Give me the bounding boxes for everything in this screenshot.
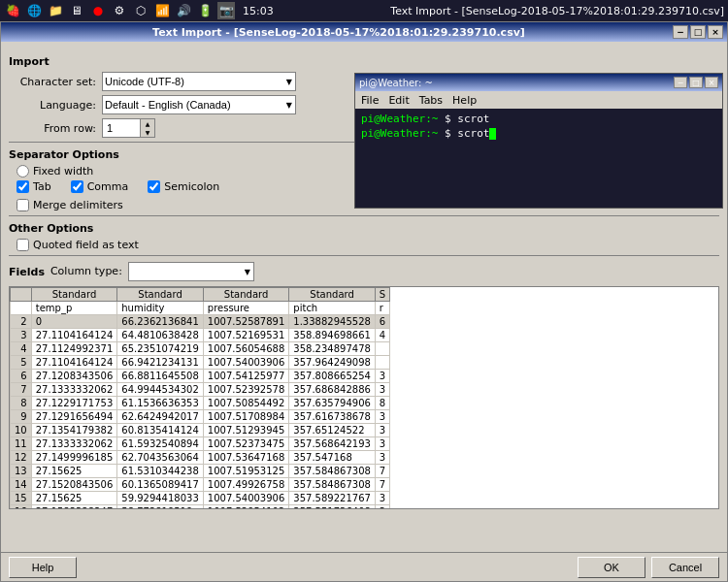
table-row[interactable]: 1327.1562561.53103442381007.51953125357.… [11,465,390,478]
main-title: Text Import - [SenseLog-2018-05-17%2018:… [5,26,673,39]
merge-delimiters-checkbox[interactable] [17,199,29,211]
table-cell: 65.2351074219 [117,342,204,356]
table-row[interactable]: 1027.135417938260.81354141241007.5129394… [11,424,390,437]
data-table-container[interactable]: Standard Standard Standard Standard S te… [9,286,719,509]
terminal-menu-help[interactable]: Help [452,94,477,107]
language-select[interactable]: Default - English (Canada) [102,95,296,114]
red-app-icon[interactable]: ● [89,2,107,19]
table-cell: 64.9944534302 [117,383,204,397]
tab-row: Tab [17,180,51,193]
table-cell: 61.5932540894 [117,437,204,451]
table-row[interactable]: 2066.23621368411007.525878911.3388294552… [11,315,390,329]
terminal-cmd-1: $ scrot [438,113,489,125]
terminal-close[interactable]: × [705,77,718,88]
help-button[interactable]: Help [9,557,77,578]
folder-icon[interactable]: 📁 [47,2,64,19]
quoted-field-label: Quoted field as text [33,239,139,251]
col-humidity-header: humidity [117,302,204,315]
col-pitch-header: pitch [289,302,376,315]
table-cell: 1007.52392578 [203,383,289,397]
table-cell: 3 [375,410,389,424]
table-cell: 1007.52954102 [203,505,289,510]
comma-label: Comma [87,180,129,193]
raspberry-icon[interactable]: 🍓 [4,2,21,19]
quoted-field-checkbox[interactable] [17,239,29,251]
bluetooth-icon[interactable]: ⬡ [132,2,149,19]
comma-checkbox[interactable] [71,180,83,193]
semicolon-row: Semicolon [148,180,219,193]
fromrow-input[interactable] [102,118,141,138]
fixed-width-radio[interactable] [17,165,29,178]
table-cell: 27.1124992371 [31,342,117,356]
close-button[interactable]: × [708,25,723,39]
terminal-menu-edit[interactable]: Edit [388,94,409,107]
table-row[interactable]: 1427.152084350660.13650894171007.4992675… [11,478,390,492]
table-cell: 27.1354179382 [31,424,117,437]
fromrow-down[interactable]: ▼ [141,128,154,137]
table-cell: 3 [375,451,389,465]
taskbar-window-label: Text Import - [SenseLog-2018-05-17%2018:… [390,5,724,17]
terminal-menu-file[interactable]: File [361,94,379,107]
table-cell: 7 [375,465,389,478]
fixed-width-label: Fixed width [33,165,93,178]
terminal-prompt-1: pi@Weather:~ [361,113,438,125]
table-cell: 4 [375,329,389,342]
terminal-maximize[interactable]: □ [689,77,703,88]
globe-icon[interactable]: 🌐 [25,2,43,19]
terminal-body: pi@Weather:~ $ scrot pi@Weather:~ $ scro… [355,109,722,208]
table-row[interactable]: 1627.158332824758.7728195191007.52954102… [11,505,390,510]
ok-button[interactable]: OK [578,557,645,578]
terminal-minimize[interactable]: − [674,77,687,88]
table-cell: 27.1104164124 [31,356,117,370]
fromrow-arrows: ▲ ▼ [141,118,155,138]
terminal-menu-tabs[interactable]: Tabs [419,94,443,107]
charset-select[interactable]: Unicode (UTF-8) [102,72,296,91]
table-row[interactable]: 627.120834350666.88116455081007.54125977… [11,370,390,383]
table-row[interactable]: 1127.133333206261.59325408941007.5237347… [11,437,390,451]
terminal-icon[interactable]: 🖥 [68,2,85,19]
bottom-bar: Help OK Cancel [1,552,727,581]
maximize-button[interactable]: □ [690,25,706,39]
terminal-titlebar: pi@Weather: ~ − □ × [355,74,722,91]
table-cell: 1007.54003906 [203,492,289,505]
table-row[interactable]: 827.122917175361.15366363531007.50854492… [11,397,390,410]
table-row[interactable]: 927.129165649462.64249420171007.51708984… [11,410,390,424]
column-type-select[interactable] [128,262,254,281]
table-row[interactable]: 327.110416412464.48106384281007.52169531… [11,329,390,342]
volume-icon[interactable]: 🔊 [175,2,192,19]
semicolon-checkbox[interactable] [148,180,160,193]
table-row[interactable]: 727.133333206264.99445343021007.52392578… [11,383,390,397]
row-index: 9 [11,410,32,424]
table-cell: 60.8135414124 [117,424,204,437]
table-cell: 357.584867308 [289,465,376,478]
table-row[interactable]: 527.110416412466.94212341311007.54003906… [11,356,390,370]
table-row[interactable]: 1227.149999618562.70435630641007.5364716… [11,451,390,465]
tab-checkbox[interactable] [17,180,29,193]
table-cell: 357.808665254 [289,370,376,383]
minimize-button[interactable]: − [673,25,688,39]
wifi-icon[interactable]: 📶 [153,2,171,19]
comma-row: Comma [71,180,129,193]
battery-icon[interactable]: 🔋 [196,2,214,19]
terminal-controls: − □ × [674,77,718,88]
screenshot-icon[interactable]: 📷 [217,2,235,19]
table-cell: 27.1104164124 [31,329,117,342]
table-row[interactable]: 1527.1562559.92944180331007.54003906357.… [11,492,390,505]
cancel-button[interactable]: Cancel [651,557,719,578]
col-temp-header: temp_p [31,302,117,315]
gear-icon[interactable]: ⚙ [111,2,128,19]
row-index: 11 [11,437,32,451]
fromrow-up[interactable]: ▲ [141,119,154,128]
table-cell: 1007.56054688 [203,342,289,356]
table-cell: 1007.51953125 [203,465,289,478]
fromrow-label: From row: [9,122,96,135]
table-row[interactable]: 427.112499237165.23510742191007.56054688… [11,342,390,356]
table-cell: 27.1291656494 [31,410,117,424]
table-cell: 1007.50854492 [203,397,289,410]
col-header-standard-2: Standard [117,288,204,302]
language-select-wrapper: Default - English (Canada) [102,95,296,114]
col-r-header: r [375,302,389,315]
table-cell: 64.4810638428 [117,329,204,342]
fields-row: Fields Column type: [9,260,719,282]
fields-header: Fields [9,266,45,278]
